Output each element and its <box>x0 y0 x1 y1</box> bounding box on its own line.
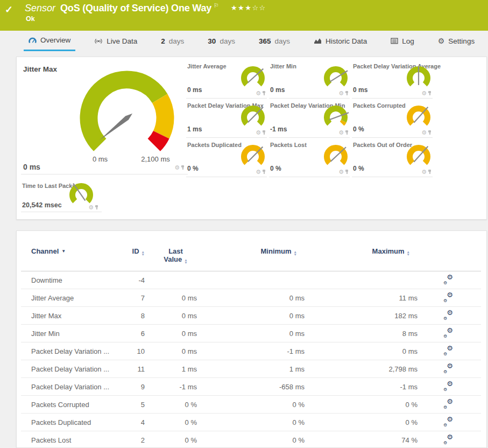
gear-icon[interactable]: ⚙ <box>256 130 261 136</box>
channel-settings-icon[interactable]: ⚙⚙ <box>443 346 453 355</box>
pin-icon[interactable] <box>262 91 266 96</box>
status-ok-check-icon: ✓ <box>5 4 13 16</box>
pin-icon[interactable] <box>345 170 349 174</box>
tab-live-data[interactable]: Live Data <box>89 31 142 51</box>
pin-icon[interactable] <box>345 91 349 96</box>
column-header-max[interactable]: Maximum▲▼ <box>305 231 418 271</box>
channel-settings-icon[interactable]: ⚙⚙ <box>443 328 453 337</box>
channel-settings-icon[interactable]: ⚙⚙ <box>443 417 453 426</box>
column-header-actions <box>418 231 481 271</box>
pin-icon[interactable] <box>262 130 266 135</box>
gauge-icon <box>29 37 37 44</box>
channel-row: Jitter Average70 ms0 ms11 ms⚙⚙ <box>21 289 481 307</box>
gauge-cell-actions: ⚙ <box>421 130 432 136</box>
min-cell: 0 ms <box>197 307 305 325</box>
pin-icon[interactable] <box>428 91 432 96</box>
channel-row: Jitter Max80 ms0 ms182 ms⚙⚙ <box>21 307 481 325</box>
column-header-last[interactable]: LastValue▲▼ <box>145 231 197 271</box>
gear-icon: ⚙ <box>447 433 453 441</box>
last-cell: 0 ms <box>145 307 197 325</box>
min-cell: 1 ms <box>197 360 305 378</box>
gear-small-icon: ⚙ <box>443 440 447 445</box>
sort-desc-icon: ▼ <box>61 249 66 254</box>
gear-icon: ⚙ <box>447 291 453 299</box>
column-header-min[interactable]: Minimum▲▼ <box>197 231 305 271</box>
tab-number: 30 <box>208 37 216 45</box>
page-title: QoS (Quality of Service) One Way <box>60 3 211 14</box>
id-cell: 8 <box>115 307 145 325</box>
gauge-value: -1 ms <box>270 125 287 133</box>
column-header-id[interactable]: ID▲▼ <box>115 231 145 271</box>
gauge-cell-actions: ⚙ <box>338 90 349 96</box>
gauge-value: 0 ms <box>187 86 202 94</box>
tab-log[interactable]: Log <box>386 31 419 51</box>
gear-icon[interactable]: ⚙ <box>174 165 180 171</box>
gauge-scale-max-label: 2,100 ms <box>138 155 173 163</box>
channel-row: Packets Duplicated40 %0 %0 %⚙⚙ <box>21 414 481 431</box>
gauge-value: 0 % <box>270 165 281 172</box>
gauge-chart <box>323 106 349 131</box>
channel-settings-icon[interactable]: ⚙⚙ <box>443 275 453 284</box>
gear-icon[interactable]: ⚙ <box>338 130 344 136</box>
pin-icon[interactable] <box>181 165 185 170</box>
column-label: Maximum <box>372 247 405 255</box>
actions-cell: ⚙⚙ <box>418 271 481 289</box>
gauge-value: 0 ms <box>23 163 40 171</box>
gear-icon[interactable]: ⚙ <box>421 90 427 96</box>
tab-overview[interactable]: Overview <box>24 31 75 51</box>
priority-stars[interactable]: ★★★☆☆ <box>231 4 266 12</box>
tab-historic-data[interactable]: Historic Data <box>309 31 372 51</box>
max-cell: 0 ms <box>305 342 418 360</box>
tab-365-days[interactable]: 365days <box>254 31 295 51</box>
id-cell: 10 <box>115 342 145 360</box>
gauge-title: Jitter Max <box>23 65 57 73</box>
channel-settings-icon[interactable]: ⚙⚙ <box>443 435 453 444</box>
last-cell: 0 ms <box>145 342 197 360</box>
channel-settings-icon[interactable]: ⚙⚙ <box>443 399 453 408</box>
flag-icon[interactable]: ⚐ <box>214 2 219 9</box>
channel-cell: Packet Delay Variation ... <box>21 342 115 360</box>
max-cell: -1 ms <box>305 378 418 396</box>
gear-icon[interactable]: ⚙ <box>421 169 427 175</box>
tab-2-days[interactable]: 2days <box>156 31 189 51</box>
channel-settings-icon[interactable]: ⚙⚙ <box>443 292 453 302</box>
channel-settings-icon[interactable]: ⚙⚙ <box>443 381 453 390</box>
settings-icon: ⚙ <box>438 37 445 45</box>
gauge-cell-packets-corrupted: Packets Corrupted 0 % ⚙ <box>352 99 433 138</box>
tab-number: 365 <box>259 37 271 45</box>
pin-icon[interactable] <box>428 170 432 174</box>
pin-icon[interactable] <box>428 130 432 135</box>
gear-small-icon: ⚙ <box>443 281 447 285</box>
actions-cell: ⚙⚙ <box>418 342 481 360</box>
gear-icon[interactable]: ⚙ <box>421 130 427 136</box>
stars-empty: ☆☆ <box>252 4 266 12</box>
stars-filled: ★★★ <box>231 4 252 12</box>
gauge-cell-packets-duplicated: Packets Duplicated 0 % ⚙ <box>186 138 267 177</box>
max-cell: 74 % <box>305 431 418 448</box>
channel-cell: Packet Delay Variation ... <box>21 378 115 396</box>
pin-icon[interactable] <box>345 130 349 135</box>
gauges-panel: Jitter Max 0 ms 2,100 ms 0 ms ⚙ Jitter A… <box>16 57 487 220</box>
gear-icon[interactable]: ⚙ <box>338 169 344 175</box>
pin-icon[interactable] <box>95 205 98 210</box>
gauge-cell-jitter-average: Jitter Average 0 ms ⚙ <box>186 59 267 99</box>
gauge-chart <box>406 145 432 171</box>
channel-cell: Downtime <box>21 271 115 289</box>
gear-icon[interactable]: ⚙ <box>256 90 261 96</box>
sort-toggle-icon: ▲▼ <box>184 258 187 264</box>
pin-icon[interactable] <box>262 170 266 174</box>
gear-icon[interactable]: ⚙ <box>338 90 344 96</box>
column-header-channel[interactable]: Channel▼ <box>21 231 115 271</box>
gear-icon[interactable]: ⚙ <box>88 205 94 211</box>
channel-settings-icon[interactable]: ⚙⚙ <box>443 363 453 373</box>
gear-icon[interactable]: ⚙ <box>256 169 261 175</box>
gauge-cell-jitter-max: Jitter Max 0 ms 2,100 ms 0 ms ⚙ <box>21 60 188 174</box>
tab-label: days <box>220 37 235 45</box>
tab-settings[interactable]: ⚙Settings <box>433 31 479 51</box>
tab-30-days[interactable]: 30days <box>203 31 240 51</box>
gear-icon: ⚙ <box>447 397 453 405</box>
channel-settings-icon[interactable]: ⚙⚙ <box>443 310 453 319</box>
actions-cell: ⚙⚙ <box>418 414 481 431</box>
tab-label: Overview <box>40 36 70 44</box>
historic-data-icon <box>314 38 322 44</box>
